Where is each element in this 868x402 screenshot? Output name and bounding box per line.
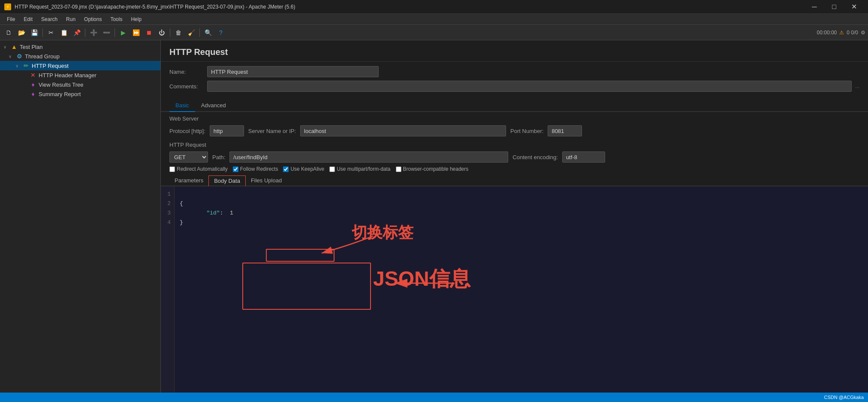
menu-file[interactable]: File bbox=[3, 15, 18, 23]
start-nopauses-button[interactable]: ⏩ bbox=[130, 27, 142, 39]
paste-button[interactable]: 📌 bbox=[71, 27, 83, 39]
tree-arrow-httprequest: ∨ bbox=[15, 63, 21, 68]
sidebar-label-http-header: HTTP Header Manager bbox=[39, 72, 96, 79]
title-bar: ⚡ HTTP Request_2023-07-09.jmx (D:\java\a… bbox=[0, 0, 868, 14]
tab-body-data[interactable]: Body Data bbox=[208, 175, 246, 186]
server-row: Protocol [http]: Server Name or IP: Port… bbox=[161, 124, 868, 138]
browser-headers-label: Browser-compatible headers bbox=[403, 166, 469, 172]
tab-files-upload[interactable]: Files Upload bbox=[246, 175, 287, 186]
clear-button[interactable]: 🗑 bbox=[172, 27, 184, 39]
toolbar-separator-2 bbox=[85, 28, 85, 37]
minimize-button[interactable]: ─ bbox=[805, 0, 824, 14]
timer-display: 00:00:00 bbox=[817, 30, 837, 36]
remove-button[interactable]: ➖ bbox=[100, 27, 112, 39]
menu-edit[interactable]: Edit bbox=[20, 15, 36, 23]
redirect-auto-label: Redirect Automatically bbox=[177, 166, 228, 172]
shutdown-button[interactable]: ⏻ bbox=[156, 27, 168, 39]
help-button[interactable]: ? bbox=[215, 27, 227, 39]
follow-redirects-checkbox[interactable] bbox=[233, 166, 238, 172]
encoding-input[interactable] bbox=[562, 151, 605, 163]
maximize-button[interactable]: □ bbox=[824, 0, 844, 14]
sidebar-item-http-header[interactable]: ∨ ✕ HTTP Header Manager bbox=[0, 70, 160, 80]
name-row: Name: bbox=[169, 66, 859, 77]
cut-button[interactable]: ✂ bbox=[45, 27, 57, 39]
protocol-label: Protocol [http]: bbox=[169, 128, 205, 134]
sidebar-item-http-request[interactable]: ∨ ✏ HTTP Request bbox=[0, 61, 160, 70]
toolbar-separator-3 bbox=[115, 28, 115, 37]
close-button[interactable]: ✕ bbox=[844, 0, 864, 14]
name-input[interactable] bbox=[207, 66, 379, 77]
window-title: HTTP Request_2023-07-09.jmx (D:\java\apa… bbox=[15, 4, 295, 10]
save-button[interactable]: 💾 bbox=[28, 27, 40, 39]
sidebar-label-test-plan: Test Plan bbox=[20, 44, 42, 50]
use-keepalive-label: Use KeepAlive bbox=[290, 166, 324, 172]
method-select[interactable]: GET POST PUT DELETE bbox=[169, 151, 208, 163]
protocol-input[interactable] bbox=[210, 125, 244, 136]
sidebar-item-view-results[interactable]: ∨ ♦ View Results Tree bbox=[0, 80, 160, 89]
name-label: Name: bbox=[169, 69, 204, 75]
server-name-label: Server Name or IP: bbox=[248, 128, 296, 134]
comments-row: Comments: ... bbox=[169, 81, 859, 92]
sidebar-item-summary-report[interactable]: ∨ ♦ Summary Report bbox=[0, 89, 160, 99]
menu-run[interactable]: Run bbox=[63, 15, 79, 23]
main-tab-bar: Basic Advanced bbox=[161, 100, 868, 112]
checkbox-use-keepalive: Use KeepAlive bbox=[283, 166, 324, 172]
toolbar: 🗋 📂 💾 ✂ 📋 📌 ➕ ➖ ▶ ⏩ ⏹ ⏻ 🗑 🧹 🔍 ? 00:00:00… bbox=[0, 25, 868, 40]
title-bar-left: ⚡ HTTP Request_2023-07-09.jmx (D:\java\a… bbox=[4, 3, 295, 10]
sidebar-item-test-plan[interactable]: ∨ ▲ Test Plan bbox=[0, 42, 160, 51]
settings-icon[interactable]: ⚙ bbox=[861, 30, 865, 36]
menu-help[interactable]: Help bbox=[127, 15, 145, 23]
clear-all-button[interactable]: 🧹 bbox=[185, 27, 197, 39]
browse-button[interactable]: 🔍 bbox=[202, 27, 214, 39]
testplan-icon: ▲ bbox=[10, 43, 18, 50]
port-input[interactable] bbox=[548, 125, 582, 136]
multipart-label: Use multipart/form-data bbox=[337, 166, 390, 172]
sidebar-label-summary-report: Summary Report bbox=[39, 91, 81, 97]
content-panel: HTTP Request Name: Comments: ... Basic A… bbox=[161, 40, 868, 393]
results-icon: ♦ bbox=[29, 81, 37, 88]
toolbar-separator-5 bbox=[199, 28, 200, 37]
path-input[interactable] bbox=[229, 151, 508, 163]
form-area: Name: Comments: ... bbox=[161, 62, 868, 100]
line-number-2: 2 bbox=[164, 199, 171, 209]
menu-search[interactable]: Search bbox=[38, 15, 61, 23]
sidebar-label-thread-group: Thread Group bbox=[25, 53, 60, 60]
port-label: Port Number: bbox=[510, 128, 543, 134]
checkbox-browser-headers: Browser-compatible headers bbox=[396, 166, 469, 172]
browser-headers-checkbox[interactable] bbox=[396, 166, 401, 172]
start-button[interactable]: ▶ bbox=[117, 27, 129, 39]
multipart-checkbox[interactable] bbox=[329, 166, 335, 172]
add-button[interactable]: ➕ bbox=[87, 27, 99, 39]
sidebar-label-http-request: HTTP Request bbox=[32, 63, 69, 69]
counts-display: 0 0/0 bbox=[847, 30, 858, 36]
comments-input[interactable] bbox=[207, 81, 852, 92]
comments-dots: ... bbox=[855, 83, 859, 89]
redirect-auto-checkbox[interactable] bbox=[169, 166, 175, 172]
tab-advanced[interactable]: Advanced bbox=[195, 100, 232, 112]
new-button[interactable]: 🗋 bbox=[3, 27, 15, 39]
checkbox-redirect-auto: Redirect Automatically bbox=[169, 166, 228, 172]
header-icon: ✕ bbox=[29, 72, 37, 79]
tab-basic[interactable]: Basic bbox=[169, 100, 195, 112]
status-bar: CSDN @ACGkaka bbox=[0, 393, 868, 402]
copy-button[interactable]: 📋 bbox=[58, 27, 70, 39]
follow-redirects-label: Follow Redirects bbox=[240, 166, 278, 172]
open-button[interactable]: 📂 bbox=[15, 27, 27, 39]
http-req-row: GET POST PUT DELETE Path: Content encodi… bbox=[161, 150, 868, 164]
menu-options[interactable]: Options bbox=[81, 15, 105, 23]
server-name-input[interactable] bbox=[300, 125, 506, 136]
sidebar-item-thread-group[interactable]: ∨ ⚙ Thread Group bbox=[0, 51, 160, 61]
line-number-4: 4 bbox=[164, 218, 171, 227]
stop-button[interactable]: ⏹ bbox=[143, 27, 155, 39]
toolbar-right: 00:00:00 ⚠ 0 0/0 ⚙ bbox=[817, 30, 865, 36]
warning-icon: ⚠ bbox=[839, 30, 844, 36]
tab-parameters[interactable]: Parameters bbox=[169, 175, 208, 186]
panel-title: HTTP Request bbox=[161, 40, 868, 62]
encoding-label: Content encoding: bbox=[512, 154, 558, 160]
body-tab-bar: Parameters Body Data Files Upload bbox=[161, 175, 868, 186]
summary-icon: ♦ bbox=[29, 91, 37, 97]
app-icon: ⚡ bbox=[4, 3, 11, 10]
menu-tools[interactable]: Tools bbox=[107, 15, 126, 23]
use-keepalive-checkbox[interactable] bbox=[283, 166, 289, 172]
code-content[interactable]: { "id": 1 } bbox=[175, 186, 868, 393]
